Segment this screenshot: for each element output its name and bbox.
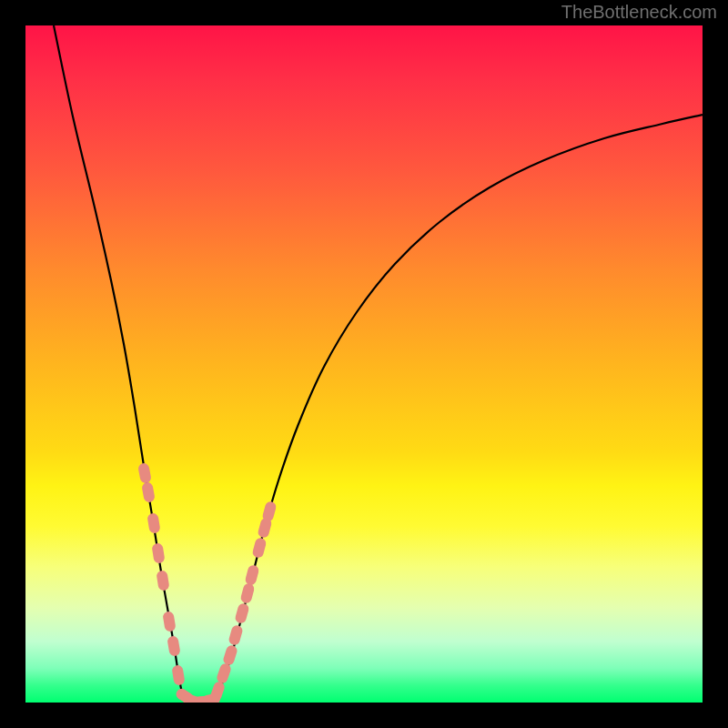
right-branch-markers bbox=[209, 500, 278, 703]
marker-pill bbox=[156, 570, 169, 592]
left-branch-markers bbox=[137, 462, 186, 686]
marker-pill bbox=[251, 537, 267, 559]
marker-pill bbox=[216, 662, 233, 685]
marker-pill bbox=[244, 564, 259, 586]
bottleneck-curve bbox=[54, 25, 703, 702]
marker-pill bbox=[222, 644, 238, 667]
marker-pill bbox=[137, 462, 152, 484]
marker-pill bbox=[141, 481, 156, 503]
curve-layer bbox=[25, 25, 703, 703]
marker-pill bbox=[151, 542, 165, 564]
marker-pill bbox=[239, 582, 255, 604]
marker-pill bbox=[167, 635, 181, 657]
marker-pill bbox=[228, 624, 244, 646]
curve-group bbox=[54, 25, 703, 702]
marker-pill bbox=[147, 512, 160, 534]
plot-area bbox=[25, 25, 703, 703]
marker-pill bbox=[171, 664, 185, 686]
attribution-text: TheBottleneck.com bbox=[561, 2, 717, 23]
marker-pill bbox=[162, 611, 176, 632]
marker-pill bbox=[234, 602, 250, 624]
